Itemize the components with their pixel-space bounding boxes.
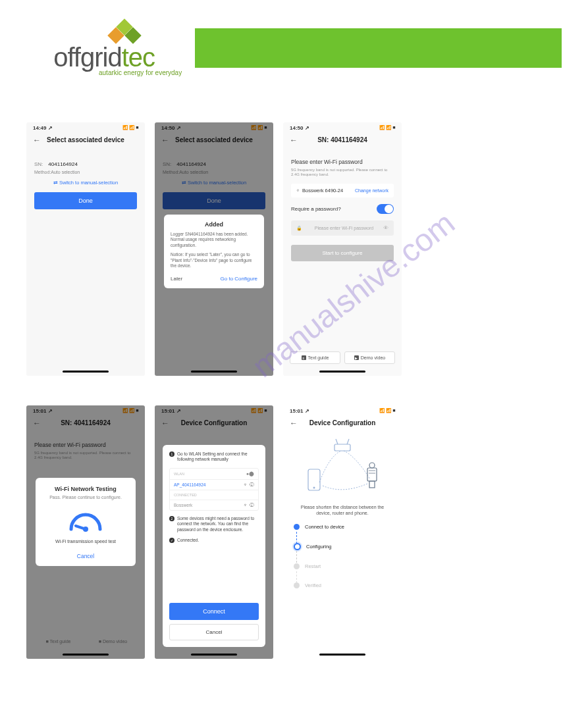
popup-title: Wi-Fi Network Testing: [45, 486, 126, 492]
progress-steps: Connect to device Configuring Restart Ve…: [283, 524, 402, 588]
eye-icon[interactable]: 👁: [383, 225, 388, 231]
svg-line-6: [336, 439, 338, 444]
password-toggle[interactable]: [377, 204, 394, 214]
popup-title: Added: [171, 221, 257, 228]
svg-rect-11: [369, 481, 375, 488]
home-indicator[interactable]: [191, 654, 237, 656]
step-configuring: Configuring: [294, 543, 391, 550]
back-icon[interactable]: ←: [33, 136, 41, 145]
status-bar: 15:01 ↗ 📶 📶 ■: [26, 405, 145, 415]
step-2: 2Some devices might need a password to c…: [169, 516, 259, 532]
ap-row[interactable]: AP_4041164924ᯤ ⓘ: [170, 480, 258, 490]
sn-label: SN:: [34, 161, 43, 167]
require-password-label: Require a password?: [291, 206, 341, 212]
status-time: 14:50 ↗: [161, 125, 181, 131]
play-icon: ▶: [354, 355, 359, 360]
step-connect: Connect to device: [294, 524, 391, 530]
wifi-icon: ᯤ ⓘ: [244, 482, 254, 487]
brand-logo: offgridtec autarkic energy for everyday: [26, 20, 182, 76]
svg-point-2: [70, 528, 72, 530]
status-indicators: 📶 📶 ■: [251, 125, 267, 131]
back-icon[interactable]: ←: [290, 419, 298, 428]
svg-line-7: [347, 439, 349, 444]
wifi-network-row[interactable]: Bosswerk 6490-24 Change network: [291, 184, 394, 197]
svg-point-3: [99, 528, 101, 530]
step-dot-icon: [294, 563, 300, 569]
password-input[interactable]: Please enter Wi-Fi password 👁: [291, 220, 394, 236]
popup-text-2: Notice: If you select "Later", you can g…: [171, 252, 257, 269]
screen-title: Device Configuration: [290, 419, 395, 427]
status-bar: 14:49 ↗ 📶 📶 ■: [26, 122, 145, 132]
status-time: 14:50 ↗: [290, 125, 309, 131]
svg-point-4: [84, 513, 87, 516]
brand-tagline: autarkic energy for everyday: [99, 69, 182, 76]
screenshot-6: 15:01 ↗📶 📶 ■ ←Device Configuration: [283, 405, 402, 659]
step-restart: Restart: [294, 563, 391, 569]
status-time: 15:01 ↗: [33, 408, 53, 414]
connect-button[interactable]: Connect: [169, 603, 259, 620]
demo-video-button: ■ Demo video: [88, 636, 138, 647]
method-row: Method:Auto selection: [34, 170, 137, 174]
logo-diamond-icon: [109, 20, 139, 49]
step-1: 1Go to WLAN Setting and connect the foll…: [169, 451, 259, 463]
text-guide-button: ■ Text guide: [33, 636, 84, 647]
home-indicator[interactable]: [191, 371, 237, 373]
cancel-button[interactable]: Cancel: [45, 553, 126, 559]
home-indicator[interactable]: [63, 371, 109, 373]
nav-bar: ← SN: 4041164924: [283, 132, 402, 151]
demo-video-button[interactable]: ▶Demo video: [344, 351, 395, 364]
nav-bar: ← Select associated device: [26, 132, 145, 151]
sn-row: SN: 4041164924: [34, 161, 137, 167]
text-guide-button[interactable]: ≡Text guide: [290, 351, 340, 364]
svg-rect-10: [367, 468, 377, 481]
step-verified: Verified: [294, 582, 391, 588]
added-popup: Added Logger SN4041164924 has been added…: [164, 215, 264, 288]
wifi-testing-popup: Wi-Fi Network Testing Pass. Please conti…: [36, 478, 136, 566]
popup-text-1: Logger SN4041164924 has been added. Norm…: [171, 232, 257, 248]
step-dot-icon: [294, 582, 300, 588]
status-indicators: 📶 📶 ■: [122, 125, 138, 131]
screen-title: Select associated device: [33, 136, 138, 144]
pass-message: Pass. Please continue to configure.: [45, 495, 126, 500]
cancel-button[interactable]: Cancel: [169, 624, 259, 640]
screenshot-3: 14:50 ↗ 📶 📶 ■ ← SN: 4041164924 Please en…: [283, 122, 402, 376]
status-bar: 14:50 ↗ 📶 📶 ■: [283, 122, 402, 132]
done-button[interactable]: Done: [34, 192, 137, 209]
svg-rect-5: [334, 444, 350, 451]
status-bar: 14:50 ↗ 📶 📶 ■: [155, 122, 273, 132]
switch-selection-link[interactable]: Switch to manual-selection: [34, 180, 137, 186]
page-header: offgridtec autarkic energy for everyday: [0, 0, 588, 90]
svg-line-1: [76, 526, 86, 529]
nav-bar: ← Select associated device: [155, 132, 273, 151]
step-3: ✓Connected.: [169, 538, 259, 543]
home-indicator[interactable]: [319, 371, 365, 373]
ap-name: AP_4041164924: [174, 482, 205, 487]
device-illustration: [290, 436, 395, 499]
change-network-link[interactable]: Change network: [355, 188, 388, 193]
step-dot-icon: [294, 524, 300, 530]
sn-value: 4041164924: [48, 161, 78, 167]
home-indicator[interactable]: [319, 654, 365, 656]
svg-point-9: [313, 487, 315, 489]
screenshot-1: 14:49 ↗ 📶 📶 ■ ← Select associated device…: [26, 122, 145, 376]
brand-name: offgridtec: [53, 44, 155, 70]
back-icon[interactable]: ←: [290, 136, 298, 145]
go-configure-button[interactable]: Go to Configure: [221, 276, 257, 282]
later-button[interactable]: Later: [171, 276, 182, 282]
home-indicator[interactable]: [63, 654, 109, 656]
start-configure-button[interactable]: Start to configure: [291, 245, 394, 261]
header-green-bar: [195, 28, 562, 68]
require-password-row: Require a password?: [291, 204, 394, 214]
speed-test-label: Wi-Fi transmission speed test: [45, 539, 126, 544]
connect-card: 1Go to WLAN Setting and connect the foll…: [163, 445, 265, 647]
wifi-note: 5G frequency band is not supported. Plea…: [291, 168, 394, 177]
wifi-heading: Please enter Wi-Fi password: [291, 159, 394, 165]
back-icon[interactable]: ←: [161, 136, 169, 145]
screenshot-2: 14:50 ↗ 📶 📶 ■ ← Select associated device…: [155, 122, 273, 376]
svg-point-12: [369, 463, 375, 468]
step-dot-icon: [294, 543, 301, 550]
wlan-list: WLAN●⬤ AP_4041164924ᯤ ⓘ CONNECTED Bosswe…: [169, 468, 259, 511]
status-time: 14:49 ↗: [33, 125, 53, 131]
password-placeholder: Please enter Wi-Fi password: [315, 226, 373, 230]
screenshot-4: 15:01 ↗ 📶 📶 ■ ←SN: 4041164924 Please ent…: [26, 405, 145, 659]
